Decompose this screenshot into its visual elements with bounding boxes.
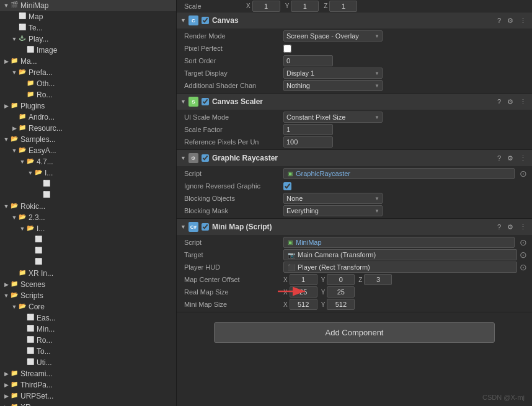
blocking-mask-value: Everything ▼	[283, 205, 527, 216]
tree-item-33[interactable]: ⬜Uti...	[0, 357, 176, 368]
tree-item-31[interactable]: ⬜Ro...	[0, 335, 176, 346]
tree-item-1[interactable]: ▼🎬MiniMap	[0, 0, 176, 11]
tree-item-30[interactable]: ⬜Min...	[0, 324, 176, 335]
tree-arrow-icon: ▼	[11, 69, 18, 76]
mini-x-input[interactable]	[290, 299, 317, 310]
tree-item-17[interactable]: ⬜	[0, 179, 176, 190]
tree-item-20[interactable]: ▼📂2.3...	[0, 212, 176, 223]
mini-map-help-btn[interactable]: ?	[495, 223, 503, 231]
tree-arrow-icon: ▶	[2, 393, 10, 399]
tree-item-14[interactable]: ▼📂EasyA...	[0, 145, 176, 156]
tree-item-11[interactable]: 📁Andro...	[0, 112, 176, 123]
canvas-scaler-header[interactable]: ▼ S Canvas Scaler ? ⚙ ⋮	[177, 94, 532, 110]
gameobject-icon: ⬜	[34, 236, 43, 244]
mini-map-header[interactable]: ▼ C# Mini Map (Script) ? ⚙ ⋮	[177, 219, 532, 235]
player-hud-target-btn[interactable]: ⊙	[520, 263, 527, 271]
tree-item-35[interactable]: ▶📁ThirdPa...	[0, 379, 176, 391]
tree-item-7[interactable]: ▼📂Prefa...	[0, 67, 176, 78]
tree-item-23[interactable]: ⬜	[0, 245, 176, 257]
ref-pixels-input[interactable]	[283, 136, 333, 148]
tree-item-36[interactable]: ▶📁URPSet...	[0, 391, 176, 402]
tree-item-29[interactable]: ⬜Eas...	[0, 312, 176, 324]
additional-shader-text: Nothing	[286, 82, 310, 89]
blocking-objects-dropdown[interactable]: None ▼	[283, 193, 383, 204]
target-camera-icon: 📷	[288, 252, 295, 258]
real-y-label: Y	[321, 289, 326, 296]
tree-item-27[interactable]: ▼📂Scripts	[0, 290, 176, 301]
add-component-button[interactable]: Add Component	[214, 322, 495, 343]
mm-script-ref[interactable]: ▣ MiniMap	[283, 237, 515, 248]
tree-item-4[interactable]: ▼🕹Play...	[0, 33, 176, 45]
target-ref-field[interactable]: 📷Main Camera (Transform)	[283, 249, 517, 260]
tree-item-16[interactable]: ▼📂I...	[0, 167, 176, 179]
gameobject-icon: ⬜	[42, 191, 51, 200]
tree-item-13[interactable]: ▼📂Samples...	[0, 134, 176, 145]
tree-item-34[interactable]: ▶📁Streami...	[0, 368, 176, 379]
ignore-reversed-checkbox[interactable]	[283, 182, 291, 190]
tree-item-28[interactable]: ▼📂Core	[0, 301, 176, 312]
tree-arrow-icon: ▼	[2, 136, 10, 143]
graphic-raycaster-help-btn[interactable]: ?	[495, 154, 503, 162]
canvas-scaler-help-btn[interactable]: ?	[495, 97, 503, 106]
tree-item-24[interactable]: ⬜	[0, 257, 176, 268]
tree-item-12[interactable]: ▶📁Resourc...	[0, 123, 176, 134]
map-center-z-input[interactable]	[364, 274, 392, 285]
pixel-perfect-checkbox[interactable]	[283, 45, 291, 53]
ui-scale-mode-dropdown[interactable]: Constant Pixel Size ▼	[283, 112, 383, 123]
mini-map-settings-btn[interactable]: ⚙	[505, 223, 515, 232]
mini-y-input[interactable]	[327, 299, 355, 310]
additional-shader-dropdown[interactable]: Nothing ▼	[283, 80, 383, 91]
tree-item-5[interactable]: ⬜Image	[0, 45, 176, 56]
tree-item-21[interactable]: ▼📂I...	[0, 223, 176, 234]
scale-factor-input[interactable]	[283, 124, 333, 135]
tree-item-8[interactable]: 📁Oth...	[0, 78, 176, 89]
map-center-x-input[interactable]	[290, 274, 317, 285]
canvas-enabled-checkbox[interactable]	[202, 17, 209, 24]
tree-item-25[interactable]: 📁XR In...	[0, 268, 176, 279]
tree-item-3[interactable]: ⬜Te...	[0, 22, 176, 33]
tree-item-19[interactable]: ▼📂Rokic...	[0, 201, 176, 212]
graphic-raycaster-menu-btn[interactable]: ⋮	[518, 154, 528, 163]
canvas-title: Canvas	[212, 16, 495, 25]
render-mode-dropdown[interactable]: Screen Space - Overlay ▼	[283, 30, 383, 42]
tree-item-26[interactable]: ▶📁Scenes	[0, 279, 176, 290]
mini-map-menu-btn[interactable]: ⋮	[518, 223, 528, 232]
scale-z-input[interactable]	[329, 1, 357, 12]
folder-icon: 📂	[26, 157, 35, 166]
canvas-section-header[interactable]: ▼ C Canvas ? ⚙ ⋮	[177, 12, 532, 29]
scale-x-input[interactable]	[252, 1, 280, 12]
tree-item-10[interactable]: ▶📁Plugins	[0, 100, 176, 112]
real-y-input[interactable]	[327, 286, 355, 298]
tree-item-32[interactable]: ⬜To...	[0, 346, 176, 357]
mm-script-target-btn[interactable]: ⊙	[520, 239, 527, 246]
blocking-mask-dropdown[interactable]: Everything ▼	[283, 205, 383, 216]
tree-item-6[interactable]: ▶📁Ma...	[0, 56, 176, 67]
sort-order-input[interactable]	[283, 55, 333, 66]
scale-y-input[interactable]	[291, 1, 319, 12]
player-hud-ref-field[interactable]: ⬛Player (Rect Transform)	[283, 262, 517, 273]
tree-item-22[interactable]: ⬜	[0, 234, 176, 245]
target-display-dropdown[interactable]: Display 1 ▼	[283, 68, 383, 79]
gr-script-target-btn[interactable]: ⊙	[520, 170, 527, 177]
graphic-raycaster-settings-btn[interactable]: ⚙	[505, 154, 515, 163]
tree-item-9[interactable]: 📁Ro...	[0, 89, 176, 100]
canvas-scaler-menu-btn[interactable]: ⋮	[518, 97, 528, 107]
map-center-y-input[interactable]	[327, 274, 355, 285]
target-target-btn[interactable]: ⊙	[520, 251, 527, 258]
graphic-raycaster-header[interactable]: ▼ ⚙ Graphic Raycaster ? ⚙ ⋮	[177, 150, 532, 166]
canvas-help-btn[interactable]: ?	[495, 16, 503, 25]
canvas-settings-btn[interactable]: ⚙	[505, 16, 515, 25]
tree-item-2[interactable]: ⬜Map	[0, 11, 176, 22]
tree-item-37[interactable]: ▶📁XR	[0, 402, 176, 406]
tree-item-18[interactable]: ⬜	[0, 190, 176, 201]
mini-map-enabled-checkbox[interactable]	[202, 223, 209, 231]
ref-pixels-value	[283, 136, 527, 148]
gr-script-ref[interactable]: ▣ GraphicRaycaster	[283, 168, 515, 179]
mm-script-row: Script ▣ MiniMap ⊙	[177, 236, 532, 249]
graphic-raycaster-enabled-checkbox[interactable]	[202, 154, 209, 162]
canvas-scaler-enabled-checkbox[interactable]	[202, 98, 209, 105]
canvas-scaler-settings-btn[interactable]: ⚙	[505, 97, 515, 107]
real-x-input[interactable]	[290, 286, 317, 298]
canvas-menu-btn[interactable]: ⋮	[518, 16, 528, 25]
tree-item-15[interactable]: ▼📂4.7...	[0, 156, 176, 167]
